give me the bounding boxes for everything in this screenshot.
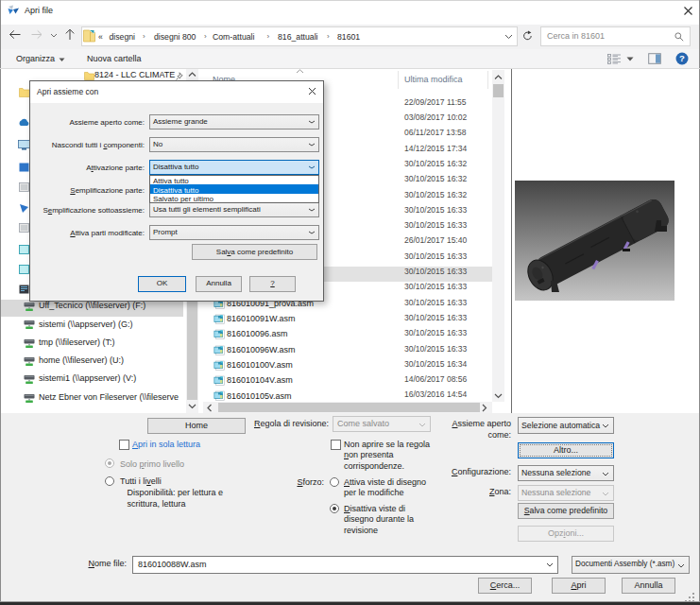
svg-text:?: ? xyxy=(679,53,685,63)
